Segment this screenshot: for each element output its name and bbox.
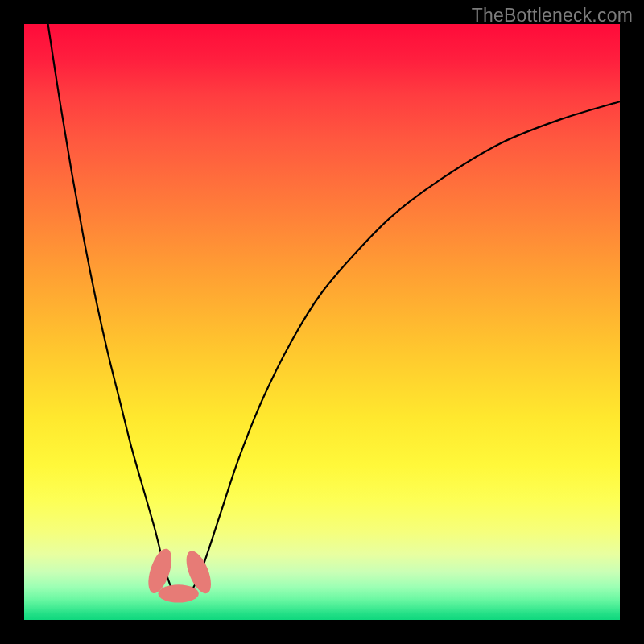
minimum-point [159, 584, 199, 602]
markers-svg [24, 24, 620, 620]
chart-stage: TheBottleneck.com [0, 0, 644, 644]
plot-area [24, 24, 620, 620]
markers-group [144, 546, 217, 602]
watermark-label: TheBottleneck.com [472, 5, 633, 27]
